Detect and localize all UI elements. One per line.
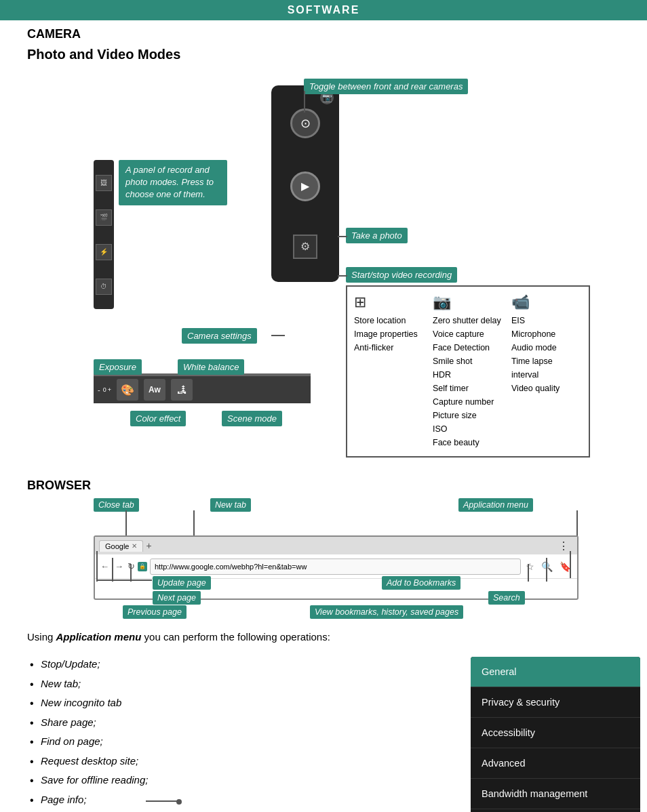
menu-item-accessibility[interactable]: Accessibility bbox=[471, 718, 640, 748]
bullet-item: Stop/Update; bbox=[41, 655, 460, 674]
settings-item-audio: Audio mode bbox=[511, 341, 582, 354]
white-balance-icon: Aw bbox=[144, 379, 165, 401]
settings-item-zero: Zero shutter delay bbox=[433, 314, 503, 327]
settings-item-capture: Capture number bbox=[433, 395, 503, 409]
camera-diagram: 🖼 🎬 ⚡ ⏱ A panel of record and photo mode… bbox=[14, 72, 604, 465]
add-bookmarks-annotation: Add to Bookmarks bbox=[382, 576, 460, 590]
settings-item-mic: Microphone bbox=[511, 327, 582, 341]
bullet-item: New incognito tab bbox=[41, 693, 460, 713]
menu-item-labs[interactable]: Labs bbox=[471, 809, 640, 813]
settings-item-face: Face Detection bbox=[433, 341, 503, 354]
c3h bbox=[130, 580, 152, 581]
secure-icon: 🔒 bbox=[138, 562, 147, 571]
url-input[interactable] bbox=[150, 559, 521, 575]
c2 bbox=[112, 558, 113, 582]
search-annotation: Search bbox=[488, 591, 525, 605]
tab-label: Google bbox=[105, 542, 129, 550]
cr2 bbox=[546, 558, 547, 582]
browser-section: BROWSER Close tab New tab Application me… bbox=[0, 479, 647, 645]
bullet-item: Settings. bbox=[41, 809, 460, 812]
browser-diagram: Close tab New tab Application menu Googl… bbox=[14, 498, 604, 617]
settings-item-smile: Smile shot bbox=[433, 354, 503, 368]
connector-toggle bbox=[304, 91, 305, 113]
panel-video-icon: 🎬 bbox=[96, 209, 112, 226]
panel-timer-icon: ⏱ bbox=[96, 279, 112, 295]
settings-button[interactable]: ⚙ bbox=[293, 235, 317, 259]
settings-item-eis: EIS bbox=[511, 314, 582, 327]
address-bar: ← → ↻ 🔒 ☆ 🔍 🔖 bbox=[95, 554, 577, 579]
color-effect-annotation: Color effect bbox=[130, 411, 186, 426]
back-icon[interactable]: ← bbox=[99, 561, 111, 571]
camera-side-panel: 🖼 🎬 ⚡ ⏱ bbox=[94, 160, 114, 309]
settings-col3: 📹 EIS Microphone Audio mode Time lapse i… bbox=[511, 293, 582, 449]
panel-note-annotation: A panel of record and photo modes. Press… bbox=[119, 160, 227, 205]
cr1 bbox=[528, 564, 529, 582]
settings-item-quality: Video quality bbox=[511, 382, 582, 395]
settings-col1: ⊞ Store location Image properties Anti-f… bbox=[354, 293, 425, 449]
close-tab-annotation: Close tab bbox=[94, 498, 139, 512]
browser-mockup: Google ✕ + ⋮ ← → ↻ 🔒 ☆ 🔍 🔖 bbox=[94, 535, 579, 600]
settings-item-voice: Voice capture bbox=[433, 327, 503, 341]
three-dots-icon[interactable]: ⋮ bbox=[554, 540, 573, 552]
intro-after: you can perform the following operations… bbox=[141, 631, 330, 643]
bottom-content: Stop/Update;New tab;New incognito tabSha… bbox=[0, 655, 647, 812]
exposure-control: - 0 + bbox=[98, 386, 111, 394]
bullet-list-wrapper: Stop/Update;New tab;New incognito tabSha… bbox=[14, 655, 460, 812]
star-icon[interactable]: ☆ bbox=[524, 561, 536, 572]
settings-icon-3: 📹 bbox=[511, 293, 582, 311]
phone-mockup: 📷 ⊙ ▶ ⚙ bbox=[271, 85, 339, 282]
settings-item-flicker: Anti-flicker bbox=[354, 341, 425, 354]
cr3 bbox=[570, 551, 571, 578]
menu-item-privacy-&-security[interactable]: Privacy & security bbox=[471, 687, 640, 718]
view-bookmarks-annotation: View bookmarks, history, saved pages bbox=[310, 605, 463, 619]
browser-settings-menu: GeneralPrivacy & securityAccessibilityAd… bbox=[471, 657, 640, 813]
menu-item-general[interactable]: General bbox=[471, 657, 640, 687]
menu-item-advanced[interactable]: Advanced bbox=[471, 748, 640, 779]
forward-icon[interactable]: → bbox=[113, 561, 125, 571]
prev-page-annotation: Previous page bbox=[123, 605, 187, 619]
settings-item-store: Store location bbox=[354, 314, 425, 327]
camera-settings-annotation: Camera settings bbox=[182, 328, 257, 344]
intro-bold: Application menu bbox=[56, 631, 142, 643]
settings-item-image: Image properties bbox=[354, 327, 425, 341]
connector-take-photo bbox=[338, 236, 347, 237]
settings-item-hdr: HDR bbox=[433, 368, 503, 382]
settings-icon-2: 📷 bbox=[433, 293, 503, 311]
header-title: SOFTWARE bbox=[288, 4, 360, 16]
browser-tabs-bar: Google ✕ + ⋮ bbox=[95, 537, 577, 554]
record-button[interactable]: ▶ bbox=[290, 171, 320, 201]
settings-col2: 📷 Zero shutter delay Voice capture Face … bbox=[433, 293, 503, 449]
camera-title: CAMERA bbox=[14, 27, 633, 41]
scene-mode-annotation: Scene mode bbox=[222, 411, 282, 426]
settings-line bbox=[146, 800, 180, 802]
panel-flash-icon: ⚡ bbox=[96, 244, 112, 260]
bullet-item: New tab; bbox=[41, 674, 460, 694]
settings-icon-1: ⊞ bbox=[354, 293, 425, 311]
c1 bbox=[96, 551, 98, 582]
settings-item-beauty: Face beauty bbox=[433, 436, 503, 449]
new-tab-icon[interactable]: + bbox=[146, 540, 151, 551]
bullet-item: Share page; bbox=[41, 713, 460, 733]
app-menu-annotation: Application menu bbox=[458, 498, 533, 512]
settings-item-picture: Picture size bbox=[433, 409, 503, 422]
exposure-area: - 0 + 🎨 Aw 🏞 bbox=[94, 373, 311, 403]
browser-title: BROWSER bbox=[14, 479, 633, 493]
connector-settings bbox=[271, 335, 285, 336]
lock-icon: 🔒 bbox=[139, 563, 146, 569]
take-photo-button[interactable]: ⊙ bbox=[290, 108, 320, 138]
new-tab-annotation: New tab bbox=[210, 498, 251, 512]
settings-item-lapse: Time lapse interval bbox=[511, 354, 582, 382]
menu-item-bandwidth-management[interactable]: Bandwidth management bbox=[471, 779, 640, 809]
scene-mode-icon: 🏞 bbox=[171, 379, 193, 401]
bullet-item: Request desktop site; bbox=[41, 752, 460, 771]
exposure-plus: + bbox=[108, 386, 111, 393]
connector-new-tab bbox=[193, 510, 195, 537]
tab-close-icon[interactable]: ✕ bbox=[132, 542, 137, 550]
camera-section: CAMERA Photo and Video Modes 🖼 🎬 ⚡ ⏱ A p… bbox=[0, 27, 647, 465]
bullet-item: Save for offline reading; bbox=[41, 771, 460, 790]
color-effect-icon: 🎨 bbox=[117, 379, 138, 401]
exposure-annotation: Exposure bbox=[94, 359, 142, 375]
browser-tab-google[interactable]: Google ✕ bbox=[99, 540, 143, 552]
connector-app-menu bbox=[576, 510, 578, 537]
camera-subsection-title: Photo and Video Modes bbox=[14, 47, 633, 62]
